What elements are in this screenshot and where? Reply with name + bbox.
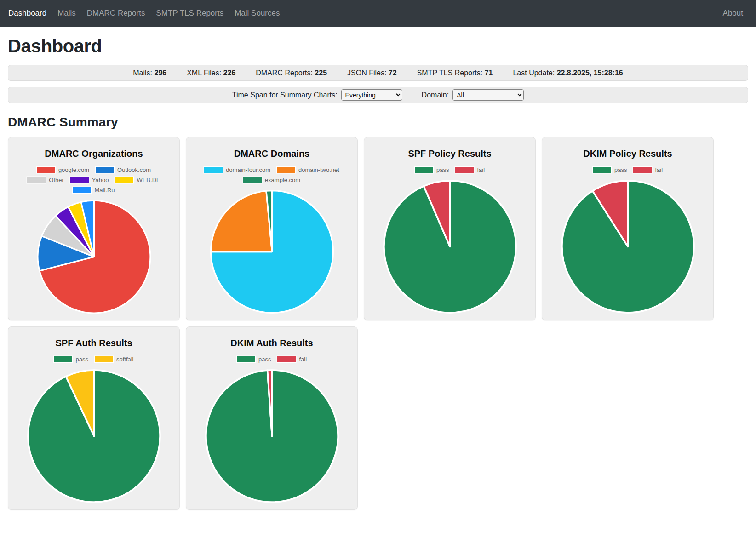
legend-swatch xyxy=(54,356,72,362)
chart-title: DMARC Domains xyxy=(192,149,352,159)
chart-card-dkim-policy-results: DKIM Policy Resultspassfail xyxy=(542,137,714,320)
pie-area xyxy=(14,195,174,316)
pie-area xyxy=(370,175,530,316)
legend-item-pass[interactable]: pass xyxy=(415,166,449,173)
pie-area xyxy=(548,175,708,316)
legend-swatch xyxy=(95,356,113,362)
chart-legend: google.comOutlook.comOtherYahooWEB.DEMai… xyxy=(14,166,174,194)
stats-bar: Mails: 296XML Files: 226DMARC Reports: 2… xyxy=(8,65,748,81)
stat-last-update: Last Update: 22.8.2025, 15:28:16 xyxy=(513,69,623,77)
legend-item-pass[interactable]: pass xyxy=(593,166,627,173)
domain-select[interactable]: All xyxy=(452,89,524,101)
pie-chart-dmarc-organizations xyxy=(35,198,153,315)
pie-chart-dkim-policy-results xyxy=(559,178,697,315)
legend-label: pass xyxy=(614,166,627,173)
legend-label: Yahoo xyxy=(92,177,109,183)
legend-swatch xyxy=(593,167,611,173)
legend-item-fail[interactable]: fail xyxy=(455,166,485,173)
legend-item-outlook-com[interactable]: Outlook.com xyxy=(96,166,151,173)
legend-label: fail xyxy=(655,166,663,173)
chart-legend: passsoftfail xyxy=(14,356,174,363)
legend-label: fail xyxy=(299,356,307,363)
legend-swatch xyxy=(277,167,295,173)
chart-card-dmarc-organizations: DMARC Organizationsgoogle.comOutlook.com… xyxy=(8,137,180,320)
page-container: Dashboard Mails: 296XML Files: 226DMARC … xyxy=(0,36,756,519)
nav-item-about[interactable]: About xyxy=(717,9,749,18)
nav-item-smtp-tls-reports[interactable]: SMTP TLS Reports xyxy=(150,9,229,18)
time-span-filter-group: Time Span for Summary Charts: Everything xyxy=(232,89,402,101)
legend-label: domain-two.net xyxy=(298,166,339,173)
legend-row: passfail xyxy=(370,166,530,173)
legend-item-pass[interactable]: pass xyxy=(54,356,88,363)
legend-swatch xyxy=(455,167,474,173)
legend-row: passfail xyxy=(548,166,708,173)
dmarc-summary-heading: DMARC Summary xyxy=(8,115,748,130)
pie-slice-domain-two-net xyxy=(211,191,272,251)
legend-swatch xyxy=(70,177,89,183)
legend-swatch xyxy=(115,177,133,183)
legend-row: example.com xyxy=(192,177,352,183)
pie-chart-dkim-auth-results xyxy=(203,367,341,505)
time-span-select[interactable]: Everything xyxy=(341,89,402,101)
legend-swatch xyxy=(277,356,296,362)
time-span-label: Time Span for Summary Charts: xyxy=(232,91,338,99)
legend-item-google-com[interactable]: google.com xyxy=(37,166,89,173)
legend-swatch xyxy=(27,177,46,183)
chart-card-dkim-auth-results: DKIM Auth Resultspassfail xyxy=(186,326,358,510)
legend-item-softfail[interactable]: softfail xyxy=(95,356,134,363)
legend-label: Other xyxy=(49,177,64,183)
legend-label: fail xyxy=(477,166,485,173)
legend-row: domain-four.comdomain-two.net xyxy=(192,166,352,173)
chart-title: DKIM Policy Results xyxy=(548,149,708,159)
pie-chart-spf-auth-results xyxy=(25,367,163,505)
legend-item-domain-four-com[interactable]: domain-four.com xyxy=(204,166,270,173)
chart-legend: domain-four.comdomain-two.netexample.com xyxy=(192,166,352,183)
legend-label: example.com xyxy=(265,177,300,183)
legend-item-pass[interactable]: pass xyxy=(237,356,271,363)
chart-legend: passfail xyxy=(192,356,352,363)
legend-item-fail[interactable]: fail xyxy=(277,356,307,363)
stat-dmarc-reports: DMARC Reports: 225 xyxy=(256,69,327,77)
legend-label: pass xyxy=(258,356,271,363)
legend-row: passfail xyxy=(192,356,352,363)
domain-label: Domain: xyxy=(422,91,449,99)
chart-legend: passfail xyxy=(370,166,530,173)
legend-swatch xyxy=(96,167,114,173)
legend-item-web-de[interactable]: WEB.DE xyxy=(115,177,160,183)
page-title: Dashboard xyxy=(8,36,748,57)
filter-bar: Time Span for Summary Charts: Everything… xyxy=(8,87,748,103)
legend-label: domain-four.com xyxy=(226,166,270,173)
pie-area xyxy=(14,365,174,506)
legend-swatch xyxy=(204,167,223,173)
legend-item-example-com[interactable]: example.com xyxy=(243,177,300,183)
legend-swatch xyxy=(237,356,255,362)
legend-label: google.com xyxy=(58,166,89,173)
legend-row: passsoftfail xyxy=(14,356,174,363)
chart-title: DMARC Organizations xyxy=(14,149,174,159)
domain-filter-group: Domain: All xyxy=(422,89,524,101)
legend-swatch xyxy=(37,167,55,173)
pie-chart-dmarc-domains xyxy=(208,188,336,315)
chart-card-dmarc-domains: DMARC Domainsdomain-four.comdomain-two.n… xyxy=(186,137,358,320)
nav-item-dmarc-reports[interactable]: DMARC Reports xyxy=(81,9,151,18)
chart-title: DKIM Auth Results xyxy=(192,338,352,349)
chart-card-spf-policy-results: SPF Policy Resultspassfail xyxy=(364,137,536,320)
legend-label: Outlook.com xyxy=(117,166,151,173)
legend-item-fail[interactable]: fail xyxy=(633,166,663,173)
legend-label: Mail.Ru xyxy=(94,187,115,194)
legend-item-yahoo[interactable]: Yahoo xyxy=(70,177,109,183)
nav-item-dashboard[interactable]: Dashboard xyxy=(3,9,52,18)
legend-label: pass xyxy=(75,356,88,363)
legend-row: google.comOutlook.com xyxy=(14,166,174,173)
stat-mails: Mails: 296 xyxy=(133,69,166,77)
legend-item-mail-ru[interactable]: Mail.Ru xyxy=(73,187,115,194)
legend-item-other[interactable]: Other xyxy=(27,177,64,183)
nav-item-mail-sources[interactable]: Mail Sources xyxy=(229,9,285,18)
pie-area xyxy=(192,185,352,316)
legend-item-domain-two-net[interactable]: domain-two.net xyxy=(277,166,339,173)
nav-item-mails[interactable]: Mails xyxy=(52,9,81,18)
pie-chart-spf-policy-results xyxy=(381,178,519,315)
legend-label: softfail xyxy=(116,356,134,363)
legend-swatch xyxy=(243,177,262,183)
navbar-links: DashboardMailsDMARC ReportsSMTP TLS Repo… xyxy=(3,9,285,18)
